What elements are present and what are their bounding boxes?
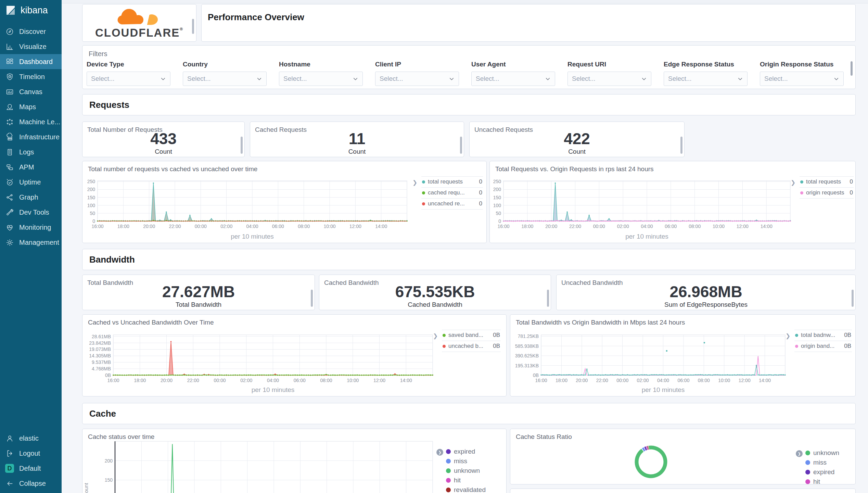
vis-title: Top URIs with Cache Status Miss — [510, 489, 855, 493]
panel-scrollbar[interactable] — [460, 137, 462, 154]
legend-collapse-icon[interactable]: ❯ — [436, 449, 443, 456]
cache-status-ratio-donut[interactable] — [510, 429, 855, 484]
legend-item-total-badnw[interactable]: total badnw...0B — [794, 330, 852, 341]
legend-item-total-requests[interactable]: total requests0 — [421, 176, 483, 187]
metric-value: 26.968MB — [557, 284, 855, 300]
sidebar-item-visualize[interactable]: Visualize — [0, 39, 62, 54]
cloudflare-logo-panel: CLOUDFLARE® — [82, 4, 196, 42]
svg-text:250: 250 — [493, 179, 501, 184]
sidebar-item-dev-tools[interactable]: Dev Tools — [0, 205, 62, 220]
sidebar-item-logs[interactable]: Logs — [0, 144, 62, 160]
legend-dot — [446, 478, 451, 483]
legend-dot — [800, 180, 803, 184]
legend-collapse-icon[interactable]: ❯ — [791, 179, 795, 186]
legend-item-hit[interactable]: hit — [446, 476, 503, 485]
user-icon — [5, 434, 14, 443]
legend-item-expired[interactable]: expired — [446, 447, 503, 456]
kibana-logo[interactable]: kibana — [0, 0, 62, 21]
sidebar-item-uptime[interactable]: Uptime — [0, 175, 62, 190]
filter-select[interactable]: Select... — [87, 72, 170, 86]
sidebar-item-timelion[interactable]: Timelion — [0, 69, 62, 84]
sidebar-item-elastic[interactable]: elastic — [0, 431, 62, 446]
svg-text:14:00: 14:00 — [375, 224, 387, 229]
sidebar-item-label: Default — [19, 465, 41, 472]
legend-item-uncached-re[interactable]: uncached re...0 — [421, 198, 483, 210]
svg-text:02:00: 02:00 — [220, 224, 232, 229]
filter-select[interactable]: Select... — [471, 72, 555, 86]
sidebar-item-collapse[interactable]: Collapse — [0, 476, 62, 491]
panel-requests-over-time: Total number of requests vs cached vs un… — [82, 161, 487, 243]
panel-scrollbar[interactable] — [241, 137, 243, 154]
sidebar-item-apm[interactable]: APM — [0, 160, 62, 175]
sidebar-item-label: Visualize — [19, 43, 47, 51]
legend-item-total-requests[interactable]: total requests0 — [800, 176, 854, 187]
sidebar-item-label: APM — [19, 163, 34, 171]
cache-status-over-time-chart[interactable]: 16:0018:0020:0022:0000:0002:0004:0006:00… — [82, 439, 506, 493]
panel-scrollbar[interactable] — [547, 290, 549, 307]
legend-item-unknown[interactable]: unknown — [446, 466, 503, 476]
panel-scrollbar[interactable] — [851, 61, 853, 76]
panel-scrollbar[interactable] — [192, 19, 194, 34]
svg-text:0: 0 — [92, 218, 95, 224]
sidebar-item-monitoring[interactable]: Monitoring — [0, 220, 62, 235]
legend-item-origin-requests[interactable]: origin requests0 — [800, 187, 854, 199]
chevron-down-icon — [449, 76, 455, 82]
sidebar-item-label: Dev Tools — [19, 208, 49, 216]
legend-item-saved-band[interactable]: saved band...0B — [442, 330, 501, 341]
legend-item-unknown[interactable]: unknown — [805, 448, 853, 458]
legend-label: total requests — [428, 178, 463, 185]
legend-label: revalidated — [454, 486, 486, 493]
panel-scrollbar[interactable] — [680, 137, 682, 154]
legend-collapse-icon[interactable]: ❯ — [433, 332, 438, 340]
filter-select[interactable]: Select... — [664, 72, 748, 86]
chart-legend: ❯total requests0origin requests0 — [800, 176, 854, 199]
sidebar-item-dashboard[interactable]: Dashboard — [0, 54, 62, 69]
legend-item-revalidated[interactable]: revalidated — [446, 485, 503, 493]
sidebar-item-management[interactable]: Management — [0, 235, 62, 250]
legend-collapse-icon[interactable]: ❯ — [786, 332, 790, 340]
filter-select[interactable]: Select... — [375, 72, 459, 86]
legend-item-origin-band[interactable]: origin band...0B — [794, 341, 852, 352]
document-lines-icon — [5, 148, 14, 156]
legend-collapse-icon[interactable]: ❯ — [796, 450, 803, 457]
filter-select[interactable]: Select... — [183, 72, 267, 86]
legend-collapse-icon[interactable]: ❯ — [412, 179, 417, 186]
sidebar-item-logout[interactable]: Logout — [0, 446, 62, 461]
dashboard-icon — [5, 57, 14, 66]
sidebar-item-default[interactable]: DDefault — [0, 461, 62, 476]
filters-fields: Device Type Select... Country Select... … — [82, 46, 855, 89]
legend-item-hit[interactable]: hit — [805, 477, 853, 484]
filter-select[interactable]: Select... — [567, 72, 651, 86]
svg-text:19.073MB: 19.073MB — [89, 346, 111, 352]
sidebar-item-graph[interactable]: Graph — [0, 190, 62, 205]
sidebar-item-maps[interactable]: Maps — [0, 99, 62, 114]
svg-text:50: 50 — [90, 211, 95, 216]
chevron-down-icon — [641, 76, 647, 82]
sidebar-item-discover[interactable]: Discover — [0, 24, 62, 39]
legend-value: 0 — [479, 189, 482, 196]
legend-item-uncached-b[interactable]: uncached b...0B — [442, 341, 501, 352]
legend-item-expired[interactable]: expired — [805, 467, 853, 477]
filter-client-ip: Client IP Select... — [375, 61, 459, 86]
chart-legend: ❯saved band...0Buncached b...0B — [442, 330, 501, 352]
panel-scrollbar[interactable] — [311, 290, 313, 307]
svg-text:16:00: 16:00 — [497, 224, 509, 229]
filter-select[interactable]: Select... — [760, 72, 844, 86]
svg-text:08:00: 08:00 — [298, 224, 310, 229]
filter-select[interactable]: Select... — [279, 72, 363, 86]
sidebar-item-canvas[interactable]: Canvas — [0, 84, 62, 99]
legend-item-cached-requ[interactable]: cached requ...0 — [421, 187, 483, 198]
sidebar-item-label: Timelion — [19, 73, 45, 81]
chart-legend: ❯total requests0cached requ...0uncached … — [421, 176, 483, 210]
chevron-down-icon — [833, 76, 839, 82]
sidebar-item-machine-le[interactable]: Machine Le... — [0, 114, 62, 129]
filter-request-uri: Request URI Select... — [567, 61, 651, 86]
legend-item-miss[interactable]: miss — [446, 456, 503, 466]
panel-scrollbar[interactable] — [852, 290, 854, 307]
sidebar-item-infrastructure[interactable]: Infrastructure — [0, 129, 62, 144]
gear-icon — [5, 238, 14, 247]
svg-text:06:00: 06:00 — [677, 378, 689, 383]
heartbeat-icon — [5, 223, 14, 232]
legend-item-miss[interactable]: miss — [805, 458, 853, 467]
legend-value: 0B — [844, 332, 851, 339]
